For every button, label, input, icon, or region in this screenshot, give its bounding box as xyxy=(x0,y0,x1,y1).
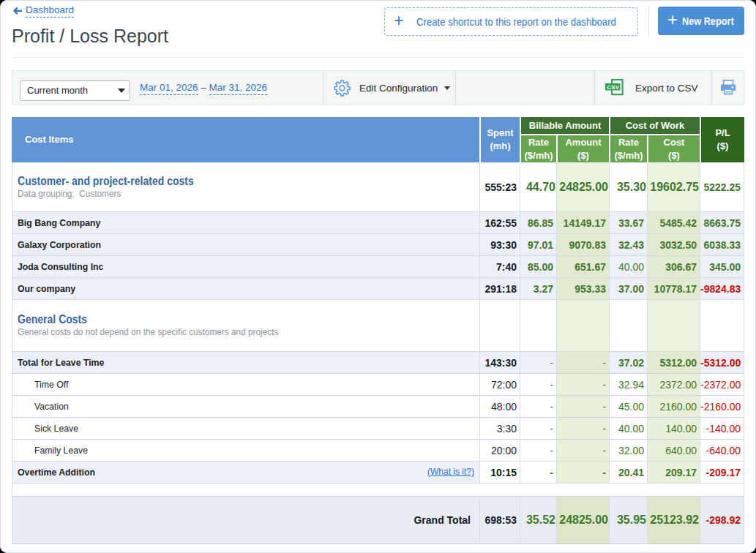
svg-text:CSV: CSV xyxy=(607,84,620,91)
